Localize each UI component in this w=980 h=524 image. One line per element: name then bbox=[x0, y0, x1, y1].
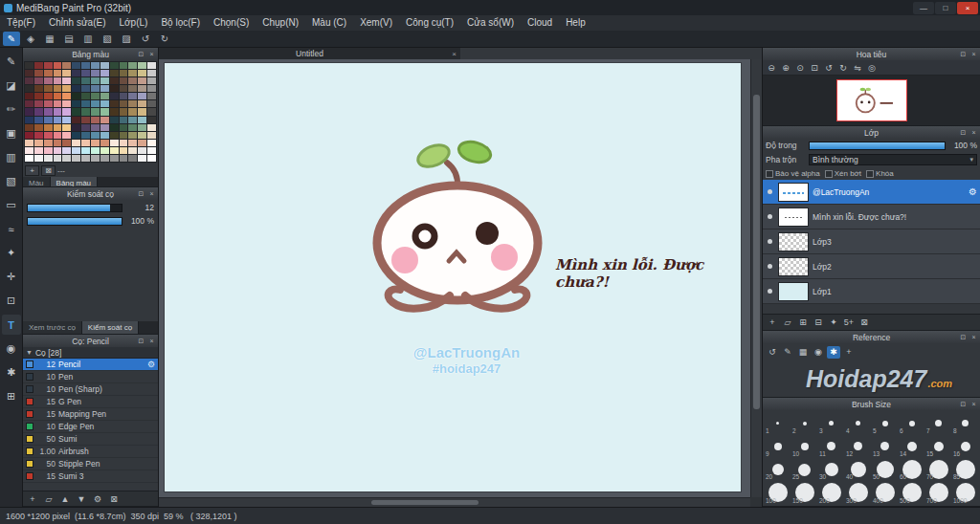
brush-size-cell[interactable]: 13 bbox=[872, 435, 898, 457]
gradient-tool[interactable]: ▥ bbox=[2, 147, 21, 167]
palette-swatch[interactable] bbox=[91, 93, 100, 99]
collapse-icon[interactable]: ▼ bbox=[26, 349, 33, 356]
pan-reference-button[interactable]: ✱ bbox=[827, 346, 840, 359]
horizontal-scrollbar[interactable] bbox=[159, 497, 750, 507]
palette-swatch[interactable] bbox=[54, 108, 62, 115]
palette-swatch[interactable] bbox=[110, 77, 119, 84]
palette-swatch[interactable] bbox=[138, 155, 146, 162]
brush-item[interactable]: 15Sumi 3 bbox=[23, 470, 158, 483]
palette-swatch[interactable] bbox=[128, 124, 137, 131]
palette-swatch[interactable] bbox=[81, 70, 90, 76]
palette-swatch[interactable] bbox=[72, 155, 80, 162]
palette-swatch[interactable] bbox=[100, 85, 109, 92]
palette-swatch[interactable] bbox=[72, 100, 80, 107]
palette-swatch[interactable] bbox=[147, 108, 156, 115]
brush-group-row[interactable]: ▼ Cọ [28] bbox=[23, 347, 158, 359]
palette-swatch[interactable] bbox=[100, 117, 109, 123]
palette-swatch[interactable] bbox=[44, 62, 53, 69]
brush-settings-icon[interactable]: ⚙ bbox=[147, 360, 155, 369]
palette-swatch[interactable] bbox=[81, 100, 90, 107]
layer-row[interactable]: Lớp1 bbox=[763, 279, 980, 304]
brush-size-cell[interactable]: 7 bbox=[925, 412, 951, 434]
palette-swatch[interactable] bbox=[25, 140, 33, 146]
palette-swatch[interactable] bbox=[62, 147, 71, 154]
palette-swatch[interactable] bbox=[62, 85, 71, 92]
palette-swatch[interactable] bbox=[54, 117, 62, 123]
palette-swatch[interactable] bbox=[81, 124, 90, 131]
layer-visibility-dot[interactable] bbox=[768, 214, 772, 219]
palette-swatch[interactable] bbox=[44, 140, 53, 146]
palette-reference-button[interactable]: ▦ bbox=[796, 346, 810, 359]
menu-item[interactable]: Công cụ(T) bbox=[399, 15, 460, 31]
brush-size-cell[interactable]: 70 bbox=[925, 459, 951, 481]
palette-swatch[interactable] bbox=[91, 70, 100, 76]
palette-swatch[interactable] bbox=[138, 108, 146, 115]
palette-swatch[interactable] bbox=[110, 62, 119, 69]
add-folder-button[interactable]: ▱ bbox=[781, 317, 794, 329]
palette-swatch[interactable] bbox=[34, 132, 43, 139]
redo-button[interactable]: ↻ bbox=[156, 32, 173, 46]
palette-swatch[interactable] bbox=[138, 62, 146, 69]
move-tool[interactable]: ✛ bbox=[2, 267, 21, 287]
palette-swatch[interactable] bbox=[44, 147, 53, 154]
palette-swatch[interactable] bbox=[120, 70, 128, 76]
menu-item[interactable]: Tệp(F) bbox=[0, 15, 42, 31]
palette-swatch[interactable] bbox=[147, 85, 156, 92]
brush-folder-button[interactable]: ▱ bbox=[42, 492, 56, 505]
dot-pen-tool[interactable]: ✏ bbox=[2, 99, 21, 120]
layer-row[interactable]: Lớp3 bbox=[763, 229, 980, 254]
brush-size-cell[interactable]: 40 bbox=[845, 459, 871, 481]
palette-swatch[interactable] bbox=[91, 124, 100, 131]
palette-swatch[interactable] bbox=[44, 70, 53, 76]
close-document-icon[interactable]: × bbox=[452, 50, 457, 58]
menu-item[interactable]: Chọn(S) bbox=[207, 15, 256, 31]
palette-swatch[interactable] bbox=[128, 117, 137, 123]
palette-swatch[interactable] bbox=[34, 117, 43, 123]
fill-tool[interactable]: ▣ bbox=[2, 123, 21, 143]
palette-swatch[interactable] bbox=[62, 100, 71, 107]
palette-swatch[interactable] bbox=[147, 100, 156, 107]
palette-swatch[interactable] bbox=[34, 140, 43, 146]
palette-swatch[interactable] bbox=[25, 100, 33, 107]
brush-size-cell[interactable]: 16 bbox=[952, 435, 978, 457]
brush-size-cell[interactable]: 400 bbox=[872, 482, 898, 504]
panel-tab[interactable]: Kiểm soát cọ bbox=[82, 321, 139, 334]
brush-size-cell[interactable]: 6 bbox=[899, 412, 924, 434]
brush-size-cell[interactable]: 25 bbox=[791, 459, 817, 481]
palette-swatch[interactable] bbox=[147, 117, 156, 123]
palette-swatch[interactable] bbox=[25, 108, 33, 115]
panel-tab[interactable]: Xem trước cọ bbox=[23, 321, 82, 334]
close-panel-button[interactable]: × bbox=[969, 401, 978, 407]
palette-swatch[interactable] bbox=[91, 155, 100, 162]
palette-swatch[interactable] bbox=[25, 85, 33, 92]
palette-swatch[interactable] bbox=[147, 70, 156, 76]
palette-swatch[interactable] bbox=[120, 85, 128, 92]
palette-swatch[interactable] bbox=[34, 147, 43, 154]
palette-swatch[interactable] bbox=[54, 62, 62, 69]
blend-mode-select[interactable]: Bình thường ▾ bbox=[809, 154, 977, 165]
layer-option-checkbox[interactable]: Xén bớt bbox=[825, 169, 861, 178]
canvas[interactable]: Mình xin lỗi. Được chưa?! @LacTruongAn #… bbox=[165, 63, 741, 491]
brush-size-cell[interactable]: 150 bbox=[791, 482, 817, 504]
palette-swatch[interactable] bbox=[120, 108, 128, 115]
palette-swatch[interactable] bbox=[72, 62, 80, 69]
brush-size-cell[interactable]: 4 bbox=[845, 412, 871, 434]
palette-swatch[interactable] bbox=[62, 117, 71, 123]
palette-swatch[interactable] bbox=[62, 108, 71, 115]
palette-swatch[interactable] bbox=[110, 124, 119, 131]
palette-swatch[interactable] bbox=[91, 147, 100, 154]
text-tool[interactable]: T bbox=[2, 315, 21, 335]
palette-swatch[interactable] bbox=[120, 93, 128, 99]
palette-swatch[interactable] bbox=[34, 77, 43, 84]
palette-swatch[interactable] bbox=[34, 155, 43, 162]
rotate-right-button[interactable]: ↻ bbox=[836, 61, 850, 74]
palette-swatch[interactable] bbox=[34, 93, 43, 99]
palette-swatch[interactable] bbox=[128, 108, 137, 115]
brush-size-cell[interactable]: 10 bbox=[791, 435, 817, 457]
palette-swatch[interactable] bbox=[91, 132, 100, 139]
palette-swatch[interactable] bbox=[110, 132, 119, 139]
float-panel-button[interactable]: ⊡ bbox=[959, 334, 968, 341]
workspace-1-button[interactable]: ▤ bbox=[60, 32, 78, 46]
eyedropper-reference-button[interactable]: ◉ bbox=[812, 346, 825, 359]
palette-panel-header[interactable]: Bảng màu ⊡× bbox=[23, 48, 158, 60]
